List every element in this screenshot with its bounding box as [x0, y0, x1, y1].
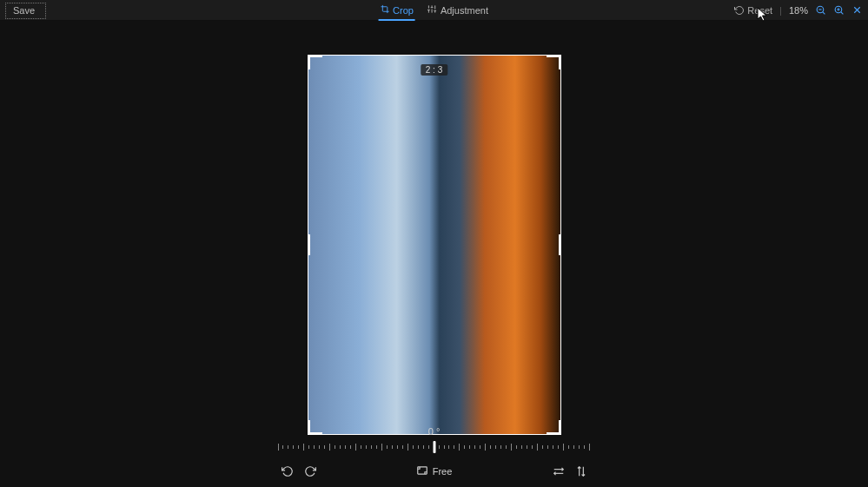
mode-tabs: Crop Adjustment [380, 0, 488, 20]
crop-handle-tr[interactable] [547, 55, 561, 69]
rotation-angle-label: 0 ° [278, 426, 591, 437]
flip-vertical-button[interactable] [575, 465, 587, 477]
crop-handle-left[interactable] [308, 234, 310, 255]
reset-label: Reset [747, 5, 772, 16]
aspect-mode-label: Free [433, 466, 453, 477]
aspect-ratio-badge: 2 : 3 [421, 64, 447, 76]
crop-box[interactable]: 2 : 3 [308, 55, 561, 435]
divider: | [779, 5, 782, 16]
save-button[interactable]: Save [5, 3, 46, 19]
svg-line-10 [823, 12, 825, 15]
save-label: Save [13, 5, 35, 16]
zoom-in-button[interactable] [833, 4, 845, 16]
bottom-controls: 0 ° Free [278, 426, 591, 487]
rotation-ruler[interactable] [278, 440, 591, 456]
svg-rect-18 [417, 467, 427, 474]
image-preview [308, 56, 560, 434]
crop-handle-tl[interactable] [308, 55, 322, 69]
action-row: Free [278, 464, 591, 487]
rotate-cw-button[interactable] [304, 465, 316, 477]
top-toolbar: Save Crop Adjustment Reset | 18% [0, 0, 868, 21]
crop-handle-right[interactable] [559, 234, 561, 255]
tab-crop-label: Crop [393, 5, 414, 16]
zoom-level-label: 18% [789, 5, 808, 16]
canvas-area: 2 : 3 0 ° [0, 20, 868, 487]
right-tools: Reset | 18% [734, 0, 863, 20]
tab-adjustment-label: Adjustment [441, 5, 488, 16]
crop-icon [380, 4, 389, 16]
reset-button[interactable]: Reset [734, 5, 772, 16]
ruler-center-handle[interactable] [433, 441, 435, 453]
tab-crop[interactable]: Crop [380, 0, 414, 20]
svg-line-13 [841, 12, 844, 15]
aspect-ratio-icon [416, 464, 428, 478]
aspect-ratio-button[interactable]: Free [416, 464, 453, 478]
tab-adjustment[interactable]: Adjustment [427, 0, 488, 20]
flip-horizontal-button[interactable] [553, 465, 565, 477]
close-button[interactable] [851, 4, 863, 16]
rotate-ccw-button[interactable] [282, 465, 294, 477]
sliders-icon [427, 4, 437, 16]
zoom-out-button[interactable] [815, 4, 826, 16]
